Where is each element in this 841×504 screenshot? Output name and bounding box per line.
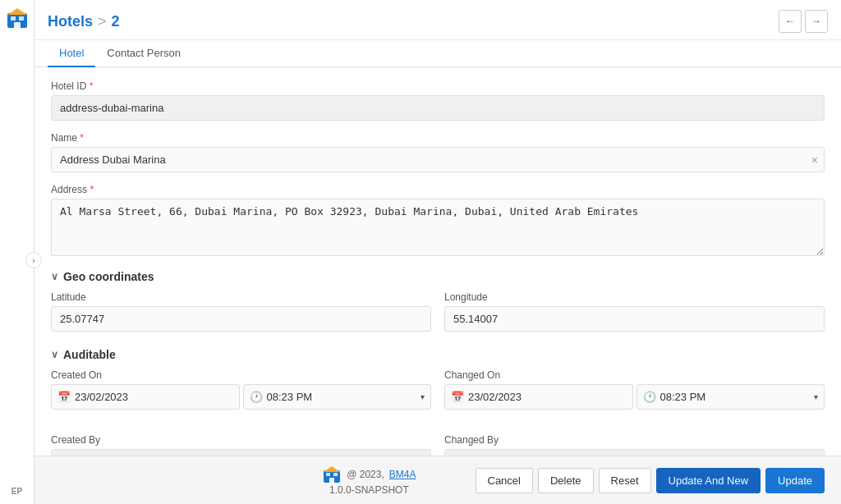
footer-version: 1.0.0-SNAPSHOT (329, 484, 409, 496)
geo-section-label: Geo coordinates (63, 270, 154, 283)
update-and-new-button[interactable]: Update And New (656, 468, 761, 493)
footer-copyright: @ 2023, BM4A 1.0.0-SNAPSHOT (263, 465, 475, 496)
hotel-id-group: Hotel ID * (51, 80, 825, 121)
hotel-id-label: Hotel ID * (51, 80, 825, 92)
svg-rect-3 (14, 22, 21, 28)
footer-brand-link[interactable]: BM4A (389, 469, 416, 480)
svg-rect-8 (329, 478, 334, 483)
sidebar-bottom-label: EP (11, 487, 22, 496)
name-clear-button[interactable]: × (811, 154, 818, 166)
sidebar-toggle[interactable]: › (25, 252, 42, 268)
update-button[interactable]: Update (765, 468, 825, 493)
nav-prev-button[interactable]: ← (779, 10, 802, 33)
geo-section-header: ∨ Geo coordinates (51, 270, 825, 283)
address-group: Address * Al Marsa Street, 66, Dubai Mar… (51, 184, 825, 259)
svg-rect-6 (326, 473, 330, 476)
breadcrumb-title: Hotels (48, 13, 93, 30)
svg-marker-9 (324, 466, 340, 472)
footer-copyright-text: @ 2023, (347, 469, 384, 480)
name-required: * (80, 132, 84, 144)
created-on-clock-icon: 🕐 (250, 391, 263, 403)
sidebar: › EP (0, 0, 34, 504)
latitude-input[interactable] (51, 306, 431, 332)
changed-by-input (444, 449, 825, 456)
changed-on-calendar-icon: 📅 (451, 391, 464, 403)
reset-button[interactable]: Reset (599, 468, 651, 493)
created-on-group: Created On 📅 🕐 ▾ (51, 369, 431, 410)
latitude-group: Latitude (51, 291, 431, 332)
name-input[interactable] (51, 147, 825, 172)
breadcrumb-number: 2 (112, 13, 120, 30)
nav-next-button[interactable]: → (805, 10, 828, 33)
main-content: Hotels > 2 ← → Hotel Contact Person Hote… (34, 0, 841, 504)
auditable-section-header: ∨ Auditable (51, 348, 825, 361)
created-on-date-input[interactable] (51, 384, 240, 410)
changed-on-group: Changed On 📅 🕐 ▾ (444, 369, 825, 410)
svg-marker-4 (7, 8, 27, 15)
form-area: Hotel ID * Name * × Address * Al Marsa S… (34, 67, 841, 456)
created-on-row: 📅 🕐 ▾ (51, 384, 431, 410)
created-by-group: Created By (51, 434, 431, 456)
page-header: Hotels > 2 ← → (34, 0, 841, 40)
name-label: Name * (51, 132, 825, 144)
geo-fields: Latitude Longitude (51, 291, 825, 343)
name-input-wrap: × (51, 147, 825, 172)
address-required: * (90, 184, 94, 195)
latitude-label: Latitude (51, 291, 431, 303)
app-logo (6, 7, 29, 30)
created-by-label: Created By (51, 434, 431, 446)
longitude-label: Longitude (444, 291, 825, 303)
name-group: Name * × (51, 132, 825, 172)
footer-actions: @ 2023, BM4A 1.0.0-SNAPSHOT Cancel Delet… (34, 456, 841, 504)
auditable-toggle-icon[interactable]: ∨ (51, 349, 58, 360)
created-on-time-input[interactable] (243, 384, 432, 410)
svg-rect-7 (333, 473, 338, 476)
tab-hotel[interactable]: Hotel (48, 40, 95, 67)
changed-on-date-input[interactable] (444, 384, 633, 410)
geo-toggle-icon[interactable]: ∨ (51, 271, 58, 282)
address-label: Address * (51, 184, 825, 195)
svg-rect-1 (11, 16, 16, 21)
created-on-calendar-icon: 📅 (57, 391, 71, 403)
changed-by-group: Changed By (444, 434, 825, 456)
breadcrumb: Hotels > 2 (48, 13, 120, 30)
delete-button[interactable]: Delete (538, 468, 594, 493)
created-by-input (51, 449, 431, 456)
hotel-id-required: * (90, 80, 94, 92)
longitude-group: Longitude (444, 291, 825, 332)
breadcrumb-separator: > (98, 13, 107, 30)
address-input[interactable]: Al Marsa Street, 66, Dubai Marina, PO Bo… (51, 199, 825, 256)
changed-on-row: 📅 🕐 ▾ (444, 384, 825, 410)
cancel-button[interactable]: Cancel (476, 468, 533, 493)
svg-rect-2 (19, 16, 24, 21)
auditable-fields: Created On 📅 🕐 ▾ Changed On (51, 369, 825, 456)
changed-on-clock-icon: 🕐 (643, 391, 656, 403)
changed-on-date-wrap: 📅 (444, 384, 633, 410)
footer-logo-wrap: @ 2023, BM4A (322, 465, 416, 484)
auditable-section-label: Auditable (63, 348, 116, 361)
created-on-label: Created On (51, 369, 431, 381)
changed-on-label: Changed On (444, 369, 825, 381)
changed-on-time-input[interactable] (636, 384, 825, 410)
longitude-input[interactable] (444, 306, 825, 332)
changed-by-label: Changed By (444, 434, 825, 446)
tab-contact-person[interactable]: Contact Person (95, 40, 192, 67)
created-on-date-wrap: 📅 (51, 384, 240, 410)
changed-on-time-wrap: 🕐 ▾ (636, 384, 825, 410)
tabs-bar: Hotel Contact Person (34, 40, 841, 67)
hotel-id-input (51, 95, 825, 121)
created-on-time-wrap: 🕐 ▾ (243, 384, 432, 410)
nav-buttons: ← → (779, 10, 828, 33)
action-buttons: Cancel Delete Reset Update And New Updat… (476, 468, 825, 493)
